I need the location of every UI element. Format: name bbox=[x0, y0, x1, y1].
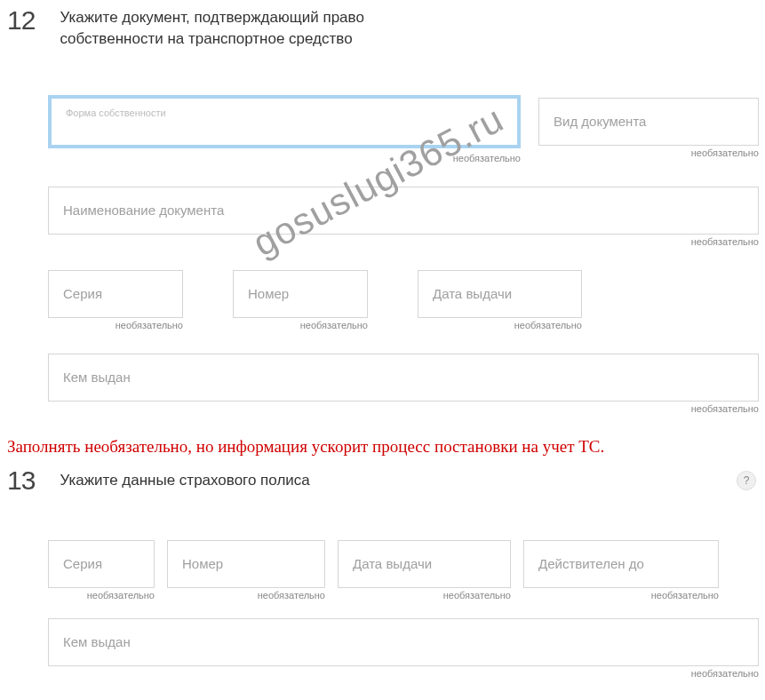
doc-name-label: Наименование документа bbox=[63, 203, 224, 218]
series-label: Серия bbox=[63, 286, 102, 301]
optional-label: необязательно bbox=[233, 320, 368, 330]
issue-date-label-13: Дата выдачи bbox=[353, 556, 432, 571]
optional-label: необязательно bbox=[418, 320, 582, 330]
section-title-13: Укажите данные страхового полиса bbox=[60, 470, 309, 491]
valid-until-input[interactable]: Действителен до bbox=[523, 540, 719, 588]
series-input-12[interactable]: Серия bbox=[48, 270, 183, 318]
doc-type-input[interactable]: Вид документа bbox=[538, 98, 759, 146]
series-label-13: Серия bbox=[63, 556, 102, 571]
issue-date-input-13[interactable]: Дата выдачи bbox=[338, 540, 511, 588]
ownership-form-input[interactable]: Форма собственности bbox=[48, 95, 521, 148]
issue-date-label: Дата выдачи bbox=[433, 286, 512, 301]
issue-date-input-12[interactable]: Дата выдачи bbox=[418, 270, 582, 318]
optional-label: необязательно bbox=[48, 320, 183, 330]
optional-label: необязательно bbox=[538, 147, 759, 158]
issued-by-label: Кем выдан bbox=[63, 370, 131, 385]
annotation-note: Заполнять необязательно, но информация у… bbox=[0, 432, 765, 462]
section-12: 12 Укажите документ, подтверждающий прав… bbox=[0, 0, 765, 414]
number-label-13: Номер bbox=[182, 556, 223, 571]
issued-by-input-13[interactable]: Кем выдан bbox=[48, 618, 759, 666]
issued-by-label-13: Кем выдан bbox=[63, 634, 131, 649]
number-input-13[interactable]: Номер bbox=[167, 540, 325, 588]
number-input-12[interactable]: Номер bbox=[233, 270, 368, 318]
ownership-form-label: Форма собственности bbox=[66, 107, 166, 118]
doc-type-label: Вид документа bbox=[554, 114, 646, 129]
number-label: Номер bbox=[248, 286, 289, 301]
optional-label: необязательно bbox=[48, 153, 521, 163]
optional-label: необязательно bbox=[48, 590, 155, 601]
section-number-13: 13 bbox=[7, 467, 35, 494]
optional-label: необязательно bbox=[48, 668, 759, 679]
section-title-12: Укажите документ, подтверждающий право с… bbox=[60, 7, 433, 50]
optional-label: необязательно bbox=[48, 236, 759, 247]
optional-label: необязательно bbox=[167, 590, 325, 601]
issued-by-input-12[interactable]: Кем выдан bbox=[48, 354, 759, 402]
doc-name-input[interactable]: Наименование документа bbox=[48, 187, 759, 235]
section-number-12: 12 bbox=[7, 7, 35, 34]
section-13: 13 Укажите данные страхового полиса ? Се… bbox=[0, 462, 765, 679]
valid-until-label: Действителен до bbox=[538, 556, 644, 571]
optional-label: необязательно bbox=[48, 403, 759, 414]
optional-label: необязательно bbox=[523, 590, 719, 601]
series-input-13[interactable]: Серия bbox=[48, 540, 155, 588]
optional-label: необязательно bbox=[338, 590, 511, 601]
help-icon[interactable]: ? bbox=[737, 471, 756, 490]
